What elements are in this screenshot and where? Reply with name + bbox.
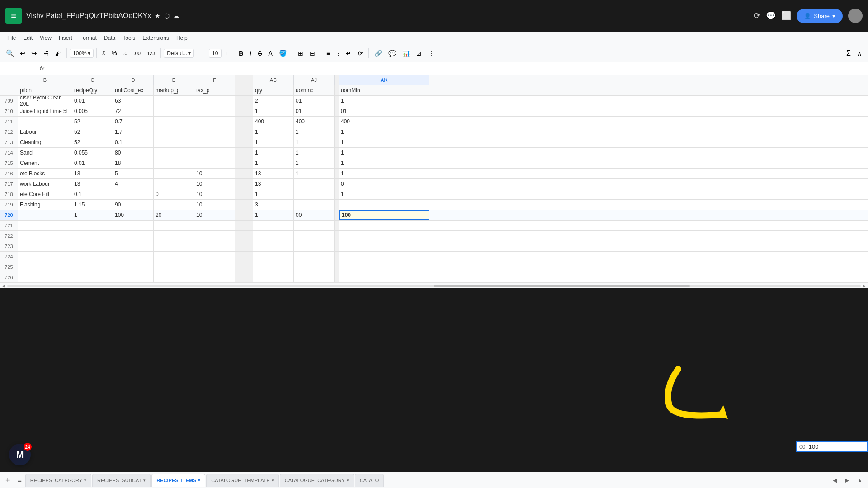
comment-icon[interactable]: 💬 (766, 11, 776, 21)
menu-help[interactable]: Help (173, 34, 191, 42)
cell-718-C[interactable]: 0.1 (72, 189, 113, 199)
cell-721-D[interactable] (113, 221, 154, 230)
cell-726-C[interactable] (72, 272, 113, 282)
cell-709-E[interactable] (154, 96, 194, 106)
cell-716-E[interactable] (154, 169, 194, 178)
cell-709-C[interactable]: 0.01 (72, 96, 113, 106)
redo-button[interactable]: ↪ (29, 48, 39, 59)
cell-724-E[interactable] (154, 252, 194, 262)
cell-715-AJ[interactable]: 1 (294, 158, 335, 168)
share-button[interactable]: 👤 Share ▾ (797, 9, 843, 23)
cell-712-D[interactable]: 1.7 (113, 127, 154, 137)
cell-719-AJ[interactable] (294, 200, 335, 210)
cell-715-AC[interactable]: 1 (253, 158, 294, 168)
cell-713-C[interactable]: 52 (72, 137, 113, 147)
search-button[interactable]: 🔍 (4, 48, 17, 59)
cell-716-B[interactable]: ete Blocks (18, 169, 72, 178)
cell-714-D[interactable]: 80 (113, 148, 154, 158)
cell-724-C[interactable] (72, 252, 113, 262)
cell-720-AJ[interactable]: 00 (294, 210, 335, 220)
cell-718-D[interactable] (113, 189, 154, 199)
cell-718-AJ[interactable] (294, 189, 335, 199)
cell-717-AJ[interactable] (294, 179, 335, 189)
menu-data[interactable]: Data (100, 34, 119, 42)
paint-format-button[interactable]: 🖌 (52, 48, 64, 58)
cell-718-B[interactable]: ete Core Fill (18, 189, 72, 199)
cell-709-D[interactable]: 63 (113, 96, 154, 106)
strikethrough-button[interactable]: S (255, 48, 264, 58)
cell-712-E[interactable] (154, 127, 194, 137)
cell-726-F[interactable] (194, 272, 235, 282)
cell-713-AJ[interactable]: 1 (294, 137, 335, 147)
more-button[interactable]: ⋮ (425, 48, 437, 58)
cell-725-AJ[interactable] (294, 262, 335, 272)
cell-722-AJ[interactable] (294, 231, 335, 241)
cell-719-D[interactable]: 90 (113, 200, 154, 210)
cell-719-AC[interactable]: 3 (253, 200, 294, 210)
cell-715-D[interactable]: 18 (113, 158, 154, 168)
format-number-button[interactable]: 123 (144, 49, 158, 57)
cell-710-C[interactable]: 0.005 (72, 106, 113, 116)
cell-717-B[interactable]: work Labour (18, 179, 72, 189)
cell-718-F[interactable]: 10 (194, 189, 235, 199)
cell-710-AC[interactable]: 1 (253, 106, 294, 116)
cell-714-F[interactable] (194, 148, 235, 158)
cell-726-AJ[interactable] (294, 272, 335, 282)
cell-723-D[interactable] (113, 241, 154, 251)
cell-721-B[interactable] (18, 221, 72, 230)
cell-719-B[interactable]: Flashing (18, 200, 72, 210)
cell-726-AK[interactable] (339, 272, 429, 282)
cell-720-E[interactable]: 20 (154, 210, 194, 220)
sigma-button[interactable]: Σ (844, 48, 854, 59)
cell-712-AJ[interactable]: 1 (294, 127, 335, 137)
cell-713-AK[interactable]: 1 (339, 137, 429, 147)
cell-721-F[interactable] (194, 221, 235, 230)
font-size-decrease[interactable]: − (200, 48, 208, 58)
cell-715-E[interactable] (154, 158, 194, 168)
decimal-inc-button[interactable]: .00 (131, 49, 143, 57)
cell-716-AK[interactable]: 1 (339, 169, 429, 178)
cell-724-B[interactable] (18, 252, 72, 262)
cell-714-AC[interactable]: 1 (253, 148, 294, 158)
cell-726-AC[interactable] (253, 272, 294, 282)
cell-717-C[interactable]: 13 (72, 179, 113, 189)
cell-711-E[interactable] (154, 117, 194, 127)
cell-719-E[interactable] (154, 200, 194, 210)
cell-716-D[interactable]: 5 (113, 169, 154, 178)
cell-711-AJ[interactable]: 400 (294, 117, 335, 127)
cell-1-AK[interactable]: uomMin (339, 85, 429, 95)
cell-720-B[interactable] (18, 210, 72, 220)
cell-725-C[interactable] (72, 262, 113, 272)
cell-720-AC[interactable]: 1 (253, 210, 294, 220)
italic-button[interactable]: I (247, 48, 254, 58)
cell-723-E[interactable] (154, 241, 194, 251)
undo-button[interactable]: ↩ (18, 48, 28, 59)
cell-721-AK[interactable] (339, 221, 429, 230)
cell-723-AK[interactable] (339, 241, 429, 251)
borders-button[interactable]: ⊞ (295, 48, 306, 58)
decimal-dec-button[interactable]: .0 (121, 49, 130, 57)
cell-726-D[interactable] (113, 272, 154, 282)
cell-711-AC[interactable]: 400 (253, 117, 294, 127)
cell-722-B[interactable] (18, 231, 72, 241)
cell-714-C[interactable]: 0.055 (72, 148, 113, 158)
percent-button[interactable]: % (109, 48, 120, 58)
cell-718-AC[interactable]: 1 (253, 189, 294, 199)
cell-718-E[interactable]: 0 (154, 189, 194, 199)
cell-711-B[interactable] (18, 117, 72, 127)
cell-726-B[interactable] (18, 272, 72, 282)
cell-710-AK[interactable]: 01 (339, 106, 429, 116)
cell-723-F[interactable] (194, 241, 235, 251)
cell-722-AC[interactable] (253, 231, 294, 241)
present-icon[interactable]: ⬜ (781, 11, 791, 21)
cell-709-AC[interactable]: 2 (253, 96, 294, 106)
menu-format[interactable]: Format (76, 34, 100, 42)
cell-718-AK[interactable]: 1 (339, 189, 429, 199)
cell-710-F[interactable] (194, 106, 235, 116)
cell-717-F[interactable]: 10 (194, 179, 235, 189)
cell-711-C[interactable]: 52 (72, 117, 113, 127)
cell-716-AC[interactable]: 13 (253, 169, 294, 178)
cell-723-C[interactable] (72, 241, 113, 251)
cell-725-AK[interactable] (339, 262, 429, 272)
zoom-select[interactable]: 100%▾ (70, 49, 94, 58)
